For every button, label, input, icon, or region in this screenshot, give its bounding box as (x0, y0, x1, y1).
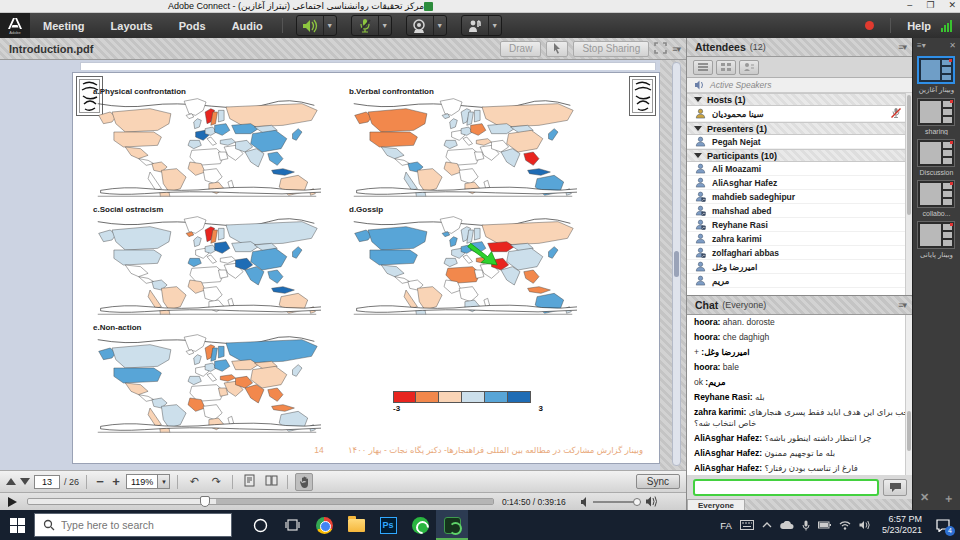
start-button[interactable] (0, 510, 34, 540)
search-input[interactable] (61, 519, 211, 531)
speaker-icon[interactable] (297, 16, 323, 35)
playback-handle[interactable] (200, 496, 210, 507)
presenters-section-header[interactable]: Presenters (1) (687, 122, 912, 135)
page-total-label: / 26 (64, 477, 79, 487)
participant-row[interactable]: Ali Moazami (687, 162, 912, 176)
touch-keyboard-icon[interactable] (740, 520, 754, 530)
add-layout-button[interactable]: ＋ (943, 491, 954, 506)
participant-row[interactable]: مریم (687, 274, 912, 288)
tray-mic-icon[interactable] (802, 520, 810, 531)
draw-button[interactable]: Draw (500, 41, 541, 57)
attendee-status-view-icon[interactable] (739, 60, 759, 75)
delete-layout-button[interactable]: ✕ (920, 491, 929, 506)
fullscreen-icon[interactable] (654, 40, 667, 58)
webcam-icon[interactable] (407, 16, 433, 35)
play-button[interactable] (8, 497, 17, 507)
pointer-tool-button[interactable] (546, 41, 568, 57)
speaker-dropdown[interactable]: ▼ (323, 16, 336, 35)
menu-audio[interactable]: Audio (219, 20, 276, 32)
menu-help[interactable]: Help (907, 20, 931, 32)
maximize-button[interactable]: ❐ (926, 0, 934, 10)
participant-row[interactable]: AliAsghar Hafez (687, 176, 912, 190)
host-row[interactable]: سینا محمودیان (687, 106, 912, 122)
participant-row[interactable]: mahdieb sadeghipur (687, 190, 912, 204)
chrome-icon[interactable] (308, 510, 340, 540)
menu-meeting[interactable]: Meeting (30, 20, 98, 32)
layout-item-1[interactable]: sharing (917, 98, 956, 135)
chat-input[interactable] (693, 479, 879, 496)
status-dropdown[interactable]: ▼ (488, 16, 501, 35)
file-explorer-icon[interactable] (340, 510, 372, 540)
layout-thumbnail[interactable] (917, 180, 955, 208)
onedrive-icon[interactable] (780, 521, 794, 530)
attendee-list-view-icon[interactable] (693, 60, 713, 75)
fit-width-icon[interactable] (262, 474, 280, 489)
chat-pod-menu-icon[interactable]: ≡▾ (898, 300, 906, 310)
minimize-button[interactable]: – (907, 0, 912, 10)
adobe-connect-taskbar-icon[interactable] (436, 510, 468, 540)
mute-icon[interactable] (580, 497, 589, 507)
layout-item-2[interactable]: Discussion (917, 139, 956, 176)
battery-icon[interactable] (818, 521, 831, 529)
volume-slider[interactable] (593, 501, 641, 503)
participants-section-header[interactable]: Participants (10) (687, 149, 912, 162)
layout-item-0[interactable]: وبینار آغازین (917, 56, 956, 94)
participant-row[interactable]: zolfaghari abbas (687, 246, 912, 260)
rotate-right-icon[interactable]: ↷ (207, 475, 225, 488)
webcam-dropdown[interactable]: ▼ (433, 16, 446, 35)
layout-thumbnail[interactable] (917, 56, 955, 84)
mic-dropdown[interactable]: ▼ (378, 16, 391, 35)
previous-page-button[interactable] (6, 478, 16, 485)
attendees-scrollbar[interactable] (905, 93, 912, 295)
tray-volume-icon[interactable] (859, 520, 870, 530)
presenter-row[interactable]: Pegah Nejat (687, 135, 912, 149)
speaker-volume-icon[interactable] (645, 496, 657, 507)
attendee-grid-view-icon[interactable] (716, 60, 736, 75)
next-page-button[interactable] (20, 478, 30, 485)
layout-item-3[interactable]: collabo... (917, 180, 956, 217)
playback-progress-track[interactable] (27, 498, 494, 505)
fit-page-icon[interactable] (240, 474, 258, 489)
menu-layouts[interactable]: Layouts (98, 20, 166, 32)
participant-row[interactable]: Reyhane Rasi (687, 218, 912, 232)
layouts-menu-icon[interactable]: ≡▾ (917, 41, 926, 50)
participant-row[interactable]: mahshad abed (687, 204, 912, 218)
layout-thumbnail[interactable] (917, 221, 955, 249)
page-number-input[interactable] (34, 475, 60, 489)
whatsapp-icon[interactable] (404, 510, 436, 540)
chat-scrollbar[interactable] (905, 315, 912, 475)
layout-thumbnail[interactable] (917, 139, 955, 167)
stop-sharing-button[interactable]: Stop Sharing (573, 41, 649, 57)
chat-send-button[interactable] (883, 479, 907, 496)
attendees-pod-menu-icon[interactable]: ≡▾ (898, 42, 906, 52)
zoom-out-button[interactable]: − (94, 477, 106, 487)
connection-signal-icon[interactable] (941, 20, 952, 32)
action-center-icon[interactable]: 4 (936, 519, 950, 532)
layout-thumbnail[interactable] (917, 98, 955, 126)
wifi-icon[interactable] (839, 521, 851, 530)
taskbar-clock[interactable]: 6:57 PM 5/23/2021 (882, 514, 922, 536)
language-indicator[interactable]: FA (720, 520, 732, 531)
attendee-name: سینا محمودیان (712, 109, 764, 119)
raise-hand-icon[interactable] (462, 16, 488, 35)
task-view-icon[interactable] (276, 510, 308, 540)
layout-item-4[interactable]: وبینار پایانی (917, 221, 956, 259)
share-pod-menu-icon[interactable]: ≡▾ (672, 44, 680, 54)
document-scrollbar[interactable] (672, 62, 681, 466)
participant-row[interactable]: امیررضا وغل (687, 260, 912, 274)
photoshop-icon[interactable]: Ps (372, 510, 404, 540)
zoom-in-button[interactable]: + (110, 477, 122, 487)
zoom-level-select[interactable]: 119%▼ (126, 474, 170, 489)
hosts-section-header[interactable]: Hosts (1) (687, 93, 912, 106)
taskbar-search[interactable] (34, 513, 232, 537)
cortana-icon[interactable] (244, 510, 276, 540)
pan-hand-tool[interactable] (295, 473, 313, 491)
layouts-close-icon[interactable]: ✕ (949, 41, 956, 50)
menu-pods[interactable]: Pods (166, 20, 219, 32)
tray-expand-icon[interactable] (762, 522, 772, 528)
sync-button[interactable]: Sync (636, 474, 680, 489)
close-button[interactable]: ✕ (948, 0, 956, 10)
participant-row[interactable]: zahra karimi (687, 232, 912, 246)
rotate-left-icon[interactable]: ↶ (185, 475, 203, 488)
microphone-muted-icon[interactable] (352, 16, 378, 35)
